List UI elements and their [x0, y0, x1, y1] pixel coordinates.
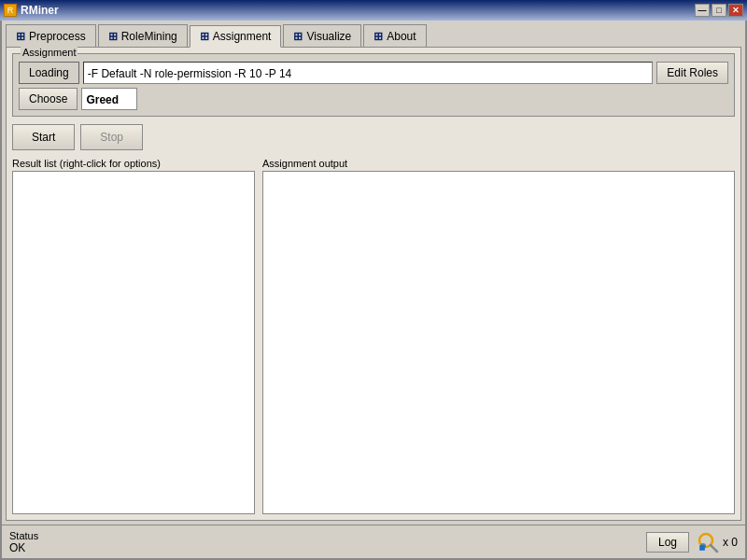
main-window: ⊞ Preprocess ⊞ RoleMining ⊞ Assignment ⊞… [0, 21, 747, 560]
title-bar-left: R RMiner [4, 4, 59, 17]
status-value: OK [9, 541, 639, 554]
search-icon-area: x 0 [695, 529, 738, 555]
start-button[interactable]: Start [12, 124, 75, 150]
status-label: Status [9, 530, 639, 541]
close-button[interactable]: ✕ [728, 4, 743, 17]
app-icon: R [4, 4, 17, 17]
panels: Result list (right-click for options) As… [12, 158, 735, 514]
assignment-row1: Loading -F Default -N role-permission -R… [19, 62, 728, 84]
tab-rolemining[interactable]: ⊞ RoleMining [98, 24, 188, 47]
assignment-group: Assignment Loading -F Default -N role-pe… [12, 53, 735, 117]
minimize-button[interactable]: — [695, 4, 710, 17]
tab-preprocess-label: Preprocess [29, 30, 86, 43]
tab-about[interactable]: ⊞ About [363, 24, 426, 47]
tab-preprocess[interactable]: ⊞ Preprocess [6, 24, 96, 47]
title-bar: R RMiner — □ ✕ [0, 0, 747, 21]
tab-plus-icon: ⊞ [108, 30, 118, 43]
result-panel-label: Result list (right-click for options) [12, 158, 255, 169]
tab-assignment-label: Assignment [213, 30, 272, 43]
loading-button[interactable]: Loading [19, 62, 79, 84]
content-area: Assignment Loading -F Default -N role-pe… [6, 47, 741, 521]
app-title: RMiner [21, 4, 59, 17]
tab-plus-icon: ⊞ [16, 30, 25, 43]
status-bar: Status OK Log x 0 [2, 525, 745, 558]
maximize-button[interactable]: □ [712, 4, 726, 17]
count-label: x 0 [723, 536, 738, 549]
tab-assignment[interactable]: ⊞ Assignment [190, 25, 282, 48]
svg-line-1 [711, 545, 717, 552]
log-button[interactable]: Log [646, 532, 689, 553]
tab-visualize-label: Visualize [306, 30, 351, 43]
svg-point-3 [700, 543, 706, 549]
edit-roles-button[interactable]: Edit Roles [656, 62, 728, 84]
tab-plus-icon: ⊞ [200, 30, 209, 43]
tab-plus-icon: ⊞ [374, 30, 383, 43]
action-row: Start Stop [12, 124, 735, 150]
tab-about-label: About [387, 30, 416, 43]
tab-visualize[interactable]: ⊞ Visualize [283, 24, 361, 47]
output-panel-label: Assignment output [262, 158, 735, 169]
tab-rolemining-label: RoleMining [121, 30, 177, 43]
stop-button[interactable]: Stop [80, 124, 143, 150]
status-left: Status OK [9, 530, 639, 554]
status-right: Log x 0 [646, 529, 738, 555]
tab-plus-icon: ⊞ [293, 30, 303, 43]
algorithm-display: Greed [81, 88, 137, 110]
params-display: -F Default -N role-permission -R 10 -P 1… [83, 62, 654, 84]
output-box[interactable] [262, 171, 735, 514]
window-controls: — □ ✕ [695, 4, 743, 17]
assignment-row2: Choose Greed [19, 88, 728, 110]
tab-bar: ⊞ Preprocess ⊞ RoleMining ⊞ Assignment ⊞… [2, 21, 745, 47]
search-icon [695, 529, 721, 555]
assignment-group-label: Assignment [21, 47, 78, 58]
output-panel: Assignment output [262, 158, 735, 514]
choose-button[interactable]: Choose [19, 88, 78, 110]
result-list-box[interactable] [12, 171, 255, 514]
result-panel: Result list (right-click for options) [12, 158, 255, 514]
